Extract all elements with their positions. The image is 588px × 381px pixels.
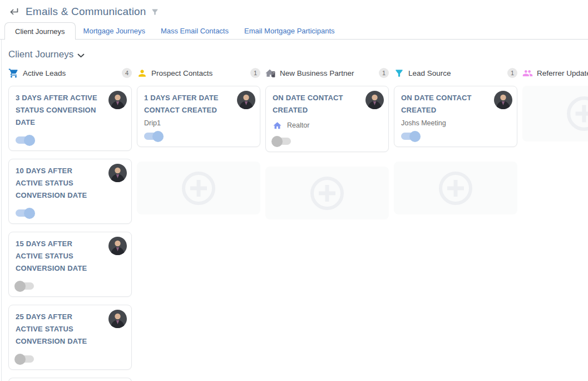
toggle-knob bbox=[409, 131, 421, 142]
add-card-placeholder[interactable] bbox=[265, 167, 389, 219]
record-count-badge: 4 bbox=[122, 68, 132, 78]
journey-card[interactable]: 15 DAYS AFTER ACTIVE STATUS CONVERSION D… bbox=[8, 232, 132, 297]
add-card-placeholder[interactable] bbox=[137, 162, 260, 214]
active-toggle[interactable] bbox=[273, 138, 291, 145]
active-toggle[interactable] bbox=[16, 355, 34, 363]
journey-card[interactable]: 1 DAYS AFTER DATE CONTACT CREATED Drip1 bbox=[137, 86, 260, 147]
journey-card-partially-visible[interactable] bbox=[8, 378, 132, 381]
record-count-badge: 1 bbox=[507, 68, 517, 78]
add-card-placeholder[interactable] bbox=[522, 86, 588, 141]
card-title: ON DATE CONTACT CREATED bbox=[273, 92, 382, 116]
journey-card[interactable]: 3 DAYS AFTER ACTIVE STATUS CONVERSION DA… bbox=[8, 86, 132, 151]
toggle-knob bbox=[24, 208, 35, 219]
journey-card[interactable]: 25 DAYS AFTER ACTIVE STATUS CONVERSION D… bbox=[8, 305, 132, 370]
active-toggle[interactable] bbox=[16, 136, 34, 144]
column-active-leads: Active Leads 4 3 DAYS AFTER ACTIVE STATU… bbox=[8, 67, 132, 381]
card-title: ON DATE CONTACT CREATED bbox=[401, 92, 510, 116]
active-toggle[interactable] bbox=[401, 133, 419, 140]
shopping-cart-icon bbox=[8, 68, 19, 79]
avatar[interactable] bbox=[237, 91, 255, 109]
home-icon bbox=[273, 121, 282, 130]
active-toggle[interactable] bbox=[16, 209, 34, 217]
avatar[interactable] bbox=[365, 91, 384, 109]
column-new-business-partner: New Business Partner 1 ON DATE CONTACT C… bbox=[265, 67, 389, 219]
journey-card[interactable]: ON DATE CONTACT CREATED Realtor bbox=[265, 86, 389, 152]
avatar[interactable] bbox=[494, 91, 512, 109]
active-toggle[interactable] bbox=[16, 282, 34, 290]
column-title: New Business Partner bbox=[280, 69, 354, 77]
tab-mass-email-contacts[interactable]: Mass Email Contacts bbox=[153, 22, 236, 39]
content-panel: Client Journeys Active Leads 4 3 DAYS AF… bbox=[1, 40, 588, 381]
column-title: Lead Source bbox=[408, 69, 451, 77]
column-header[interactable]: New Business Partner 1 bbox=[265, 67, 389, 79]
column-header[interactable]: Lead Source 1 bbox=[394, 67, 517, 79]
column-title: Active Leads bbox=[23, 69, 66, 77]
person-icon bbox=[137, 68, 147, 79]
column-referrer-updates: Referrer Updates bbox=[522, 67, 588, 141]
card-subtitle: Joshs Meeting bbox=[401, 118, 510, 128]
toggle-knob bbox=[271, 136, 283, 147]
column-title: Prospect Contacts bbox=[151, 69, 213, 77]
card-tag-realtor: Realtor bbox=[273, 120, 382, 131]
avatar[interactable] bbox=[108, 91, 127, 109]
filter-icon[interactable] bbox=[151, 8, 159, 16]
column-title: Referrer Updates bbox=[537, 69, 588, 77]
toggle-knob bbox=[152, 131, 164, 142]
plus-icon bbox=[181, 170, 216, 206]
card-title: 1 DAYS AFTER DATE CONTACT CREATED bbox=[144, 92, 253, 116]
column-prospect-contacts: Prospect Contacts 1 1 DAYS AFTER DATE CO… bbox=[137, 67, 260, 214]
tab-mortgage-journeys[interactable]: Mortgage Journeys bbox=[76, 22, 153, 39]
group-icon bbox=[522, 68, 533, 79]
kanban-board: Active Leads 4 3 DAYS AFTER ACTIVE STATU… bbox=[2, 60, 588, 381]
tab-client-journeys[interactable]: Client Journeys bbox=[4, 22, 76, 40]
journey-card[interactable]: ON DATE CONTACT CREATED Joshs Meeting bbox=[394, 86, 517, 147]
toggle-knob bbox=[14, 281, 26, 292]
page-header: Emails & Communication bbox=[0, 0, 588, 22]
group-by-control[interactable]: Client Journeys bbox=[2, 40, 588, 60]
column-header[interactable]: Active Leads 4 bbox=[8, 67, 132, 79]
business-house-icon bbox=[265, 68, 276, 79]
column-header[interactable]: Referrer Updates bbox=[522, 67, 588, 79]
card-subtitle: Drip1 bbox=[144, 118, 253, 128]
avatar[interactable] bbox=[108, 164, 127, 182]
back-arrow-icon[interactable] bbox=[8, 6, 20, 18]
plus-icon bbox=[566, 95, 588, 132]
record-count-badge: 1 bbox=[379, 68, 389, 78]
plus-icon bbox=[438, 170, 473, 206]
journey-card[interactable]: 10 DAYS AFTER ACTIVE STATUS CONVERSION D… bbox=[8, 159, 132, 224]
record-count-badge: 1 bbox=[250, 68, 260, 78]
chevron-down-icon bbox=[77, 50, 85, 60]
page-title: Emails & Communication bbox=[26, 6, 146, 18]
column-lead-source: Lead Source 1 ON DATE CONTACT CREATED Jo… bbox=[394, 67, 517, 214]
tab-bar: Client Journeys Mortgage Journeys Mass E… bbox=[0, 22, 588, 40]
plus-icon bbox=[309, 175, 345, 211]
add-card-placeholder[interactable] bbox=[394, 162, 517, 214]
group-by-label: Client Journeys bbox=[8, 49, 73, 60]
tab-email-mortgage-participants[interactable]: Email Mortgage Participants bbox=[236, 22, 343, 39]
column-header[interactable]: Prospect Contacts 1 bbox=[137, 67, 260, 79]
avatar[interactable] bbox=[108, 237, 127, 255]
funnel-icon bbox=[394, 68, 404, 79]
toggle-knob bbox=[24, 135, 35, 146]
toggle-knob bbox=[14, 354, 26, 365]
card-tag-label: Realtor bbox=[287, 121, 309, 129]
avatar[interactable] bbox=[108, 310, 127, 328]
active-toggle[interactable] bbox=[144, 133, 162, 140]
